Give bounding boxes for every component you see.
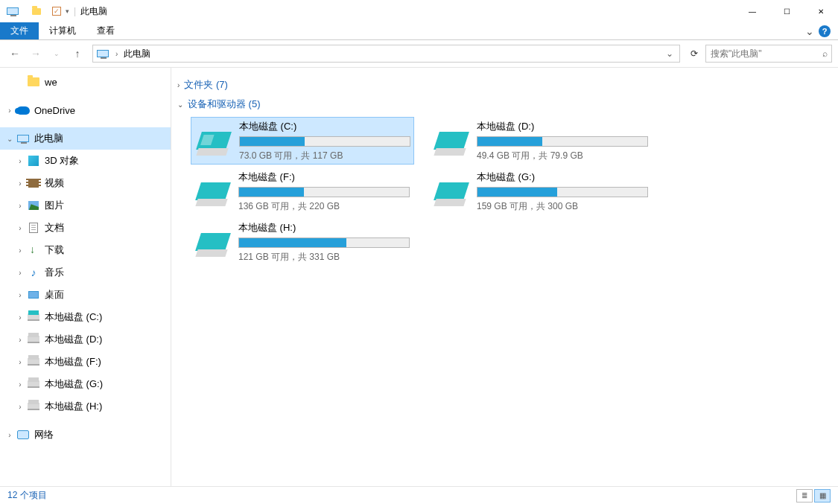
minimize-button[interactable]: —: [735, 0, 769, 22]
sidebar-item-videos[interactable]: › 视频: [0, 172, 171, 194]
chevron-right-icon[interactable]: ›: [15, 336, 25, 344]
sidebar-item-label: 本地磁盘 (D:): [45, 333, 102, 346]
chevron-right-icon[interactable]: ›: [15, 269, 25, 277]
sidebar-item-label: 本地磁盘 (H:): [45, 400, 102, 413]
chevron-down-icon[interactable]: ⌄: [177, 101, 183, 109]
drive-icon: [432, 176, 468, 206]
chevron-right-icon[interactable]: ›: [15, 202, 25, 210]
tab-computer[interactable]: 计算机: [39, 22, 86, 39]
drive-item[interactable]: 本地磁盘 (G:)159 GB 可用，共 300 GB: [429, 168, 653, 215]
sidebar-item-label: 文档: [45, 221, 64, 235]
chevron-right-icon[interactable]: ›: [177, 81, 180, 89]
chevron-right-icon[interactable]: ›: [15, 291, 25, 299]
drive-icon: [194, 227, 229, 257]
maximize-button[interactable]: ☐: [769, 0, 804, 22]
sidebar-item-label: we: [45, 77, 57, 88]
disk-icon: [27, 355, 40, 369]
sidebar-item-we[interactable]: we: [0, 71, 171, 93]
sidebar-item-disk-d[interactable]: › 本地磁盘 (D:): [0, 328, 171, 351]
sidebar-item-disk-f[interactable]: › 本地磁盘 (F:): [0, 351, 171, 373]
forward-button[interactable]: →: [27, 45, 45, 63]
window-title: 此电脑: [80, 5, 107, 18]
drive-item[interactable]: 本地磁盘 (C:)73.0 GB 可用，共 117 GB: [191, 117, 414, 165]
document-icon: [27, 221, 40, 235]
drive-name: 本地磁盘 (F:): [238, 170, 411, 184]
drive-usage-bar: [238, 237, 410, 248]
sidebar-item-onedrive[interactable]: › OneDrive: [0, 99, 171, 121]
breadcrumb-sep-icon[interactable]: ›: [114, 50, 119, 58]
chevron-right-icon[interactable]: ›: [15, 246, 25, 255]
back-button[interactable]: ←: [6, 45, 24, 63]
chevron-right-icon[interactable]: ›: [15, 403, 25, 411]
address-bar[interactable]: › 此电脑 ⌄: [92, 45, 680, 63]
desktop-icon: [27, 288, 40, 302]
chevron-right-icon[interactable]: ›: [15, 179, 25, 188]
recent-locations-button[interactable]: ⌄: [48, 45, 66, 63]
search-box[interactable]: ⌕: [705, 45, 832, 63]
search-icon[interactable]: ⌕: [822, 48, 828, 59]
chevron-right-icon[interactable]: ›: [4, 106, 15, 115]
drive-stats: 73.0 GB 可用，共 117 GB: [239, 150, 410, 162]
group-devices[interactable]: ⌄ 设备和驱动器 (5): [177, 98, 832, 111]
ribbon-chevron-icon[interactable]: ⌄: [805, 25, 814, 37]
video-icon: [27, 176, 40, 190]
sidebar-item-this-pc[interactable]: ⌄ 此电脑: [0, 127, 171, 150]
qat-dropdown-icon[interactable]: ▾: [66, 7, 69, 15]
drive-icon: [194, 126, 230, 156]
up-button[interactable]: ↑: [69, 45, 86, 63]
help-button[interactable]: ?: [819, 25, 831, 37]
chevron-down-icon[interactable]: ⌄: [4, 135, 15, 143]
download-icon: [27, 243, 40, 257]
sidebar-item-disk-g[interactable]: › 本地磁盘 (G:): [0, 373, 171, 395]
disk-icon: [27, 377, 40, 391]
navbar: ← → ⌄ ↑ › 此电脑 ⌄ ⟳ ⌕: [0, 40, 838, 67]
sidebar-item-label: 本地磁盘 (C:): [45, 310, 102, 324]
onedrive-icon: [16, 103, 30, 117]
sidebar-item-downloads[interactable]: › 下载: [0, 239, 171, 261]
address-dropdown-icon[interactable]: ⌄: [661, 48, 678, 59]
sidebar: we › OneDrive ⌄ 此电脑 › 3D 对象 › 视频 › 图片: [0, 68, 171, 486]
sidebar-item-music[interactable]: › ♪ 音乐: [0, 261, 171, 284]
tab-file[interactable]: 文件: [0, 22, 39, 39]
drive-usage-bar: [477, 136, 648, 147]
view-tiles-button[interactable]: ▦: [814, 489, 831, 503]
sidebar-item-label: OneDrive: [34, 105, 75, 116]
chevron-right-icon[interactable]: ›: [4, 431, 15, 439]
sidebar-item-label: 音乐: [45, 266, 64, 279]
ribbon: 文件 计算机 查看 ⌄ ?: [0, 22, 838, 40]
sidebar-item-documents[interactable]: › 文档: [0, 217, 171, 239]
sidebar-item-desktop[interactable]: › 桌面: [0, 284, 171, 306]
chevron-right-icon[interactable]: ›: [15, 313, 25, 322]
sidebar-item-pictures[interactable]: › 图片: [0, 194, 171, 217]
sidebar-item-network[interactable]: › 网络: [0, 424, 171, 446]
tab-view[interactable]: 查看: [86, 22, 125, 39]
close-button[interactable]: ✕: [804, 0, 838, 22]
drive-stats: 49.4 GB 可用，共 79.9 GB: [477, 150, 650, 162]
chevron-right-icon[interactable]: ›: [15, 157, 25, 165]
chevron-right-icon[interactable]: ›: [15, 224, 25, 232]
refresh-button[interactable]: ⟳: [686, 45, 702, 62]
drive-item[interactable]: 本地磁盘 (H:)121 GB 可用，共 331 GB: [191, 218, 414, 266]
group-label: 文件夹 (7): [184, 78, 228, 92]
disk-icon: [27, 310, 40, 324]
sidebar-item-3d-objects[interactable]: › 3D 对象: [0, 150, 171, 172]
pc-icon: [16, 132, 30, 145]
sidebar-item-label: 本地磁盘 (G:): [45, 377, 103, 391]
sidebar-item-label: 视频: [45, 176, 64, 190]
sidebar-item-label: 图片: [45, 199, 64, 212]
sidebar-item-disk-c[interactable]: › 本地磁盘 (C:): [0, 306, 171, 328]
statusbar: 12 个项目 ≣ ▦: [0, 486, 838, 504]
breadcrumb[interactable]: 此电脑: [119, 48, 155, 60]
qat-folder-icon[interactable]: [30, 4, 43, 18]
search-input[interactable]: [711, 48, 822, 59]
chevron-right-icon[interactable]: ›: [15, 380, 25, 389]
sidebar-item-label: 此电脑: [34, 132, 63, 145]
drive-item[interactable]: 本地磁盘 (F:)136 GB 可用，共 220 GB: [191, 168, 414, 215]
qat-checkbox-icon[interactable]: ✓: [52, 7, 61, 16]
view-details-button[interactable]: ≣: [796, 489, 813, 503]
sidebar-item-disk-h[interactable]: › 本地磁盘 (H:): [0, 395, 171, 418]
drive-item[interactable]: 本地磁盘 (D:)49.4 GB 可用，共 79.9 GB: [429, 117, 653, 165]
drive-stats: 159 GB 可用，共 300 GB: [477, 200, 650, 213]
group-folders[interactable]: › 文件夹 (7): [177, 78, 832, 92]
chevron-right-icon[interactable]: ›: [15, 358, 25, 366]
